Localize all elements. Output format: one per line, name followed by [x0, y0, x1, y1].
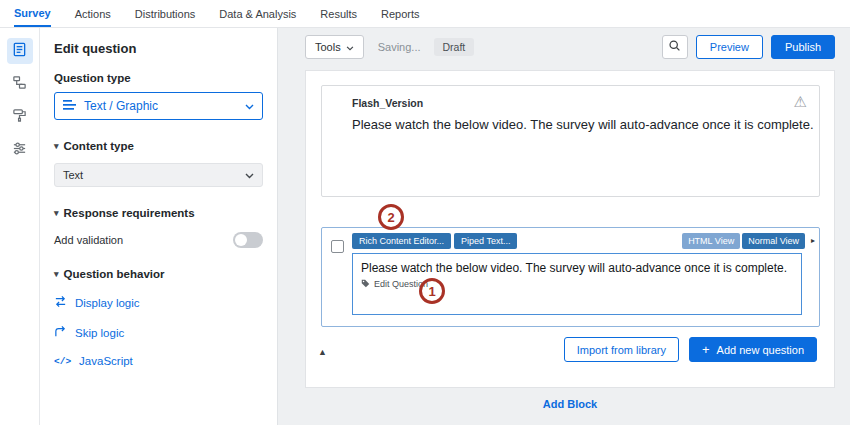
content-type-section-header[interactable]: ▾ Content type	[54, 140, 263, 152]
survey-builder-icon	[12, 42, 27, 61]
normal-view-button[interactable]: Normal View	[742, 233, 805, 249]
editor-toolbar-tabs: Rich Content Editor... Piped Text...	[352, 233, 517, 249]
caret-down-icon: ▾	[54, 269, 59, 279]
block-footer-buttons: Import from library + Add new question	[564, 337, 817, 362]
rich-content-editor-tab[interactable]: Rich Content Editor...	[352, 233, 451, 249]
text-graphic-icon	[63, 99, 77, 114]
rail-item-survey-builder[interactable]	[7, 38, 33, 64]
nav-tab-data-analysis[interactable]: Data & Analysis	[219, 0, 296, 27]
caret-down-icon: ▾	[54, 141, 59, 151]
rail-item-survey-flow[interactable]	[7, 71, 33, 97]
question-preview-text: Please watch the below video. The survey…	[352, 115, 814, 135]
edit-question-label: Edit Question	[374, 279, 428, 289]
display-logic-link[interactable]: Display logic	[54, 295, 263, 310]
plus-icon: +	[702, 342, 710, 357]
left-icon-rail	[0, 28, 40, 425]
javascript-label: JavaScript	[79, 355, 133, 367]
nav-tab-reports[interactable]: Reports	[381, 0, 420, 27]
question-behavior-section-header[interactable]: ▾ Question behavior	[54, 268, 263, 280]
nav-tab-survey[interactable]: Survey	[14, 0, 51, 27]
add-new-question-label: Add new question	[717, 344, 804, 356]
top-navigation: Survey Actions Distributions Data & Anal…	[0, 0, 850, 28]
qualtrics-survey-editor: Survey Actions Distributions Data & Anal…	[0, 0, 850, 425]
edit-question-sidebar: Edit question Question type Text / Graph…	[40, 28, 278, 425]
block-panel: Flash_Version Please watch the below vid…	[305, 70, 835, 388]
content-type-value: Text	[63, 169, 245, 181]
question-preview-card[interactable]: Flash_Version Please watch the below vid…	[321, 85, 820, 197]
skip-logic-label: Skip logic	[75, 327, 124, 339]
chevron-down-icon	[245, 99, 254, 113]
display-logic-label: Display logic	[75, 297, 140, 309]
tag-icon	[361, 279, 370, 290]
add-validation-toggle[interactable]	[233, 232, 263, 248]
piped-text-tab[interactable]: Piped Text...	[454, 233, 517, 249]
editor-view-switch: HTML View Normal View	[682, 233, 805, 249]
toggle-knob	[235, 234, 247, 246]
display-logic-icon	[54, 295, 67, 310]
code-icon: </>	[54, 356, 71, 367]
content-type-select[interactable]: Text	[54, 163, 263, 187]
question-type-dropdown[interactable]: Text / Graphic	[54, 92, 263, 120]
chevron-down-icon	[245, 169, 254, 181]
question-text-input[interactable]: Please watch the below video. The survey…	[353, 254, 801, 277]
javascript-link[interactable]: </> JavaScript	[54, 355, 263, 367]
canvas-toolbar: Tools Saving... Draft Preview Pub	[305, 35, 835, 59]
response-requirements-section-header[interactable]: ▾ Response requirements	[54, 207, 263, 219]
nav-tab-distributions[interactable]: Distributions	[135, 0, 196, 27]
question-behavior-label: Question behavior	[64, 268, 165, 280]
response-requirements-label: Response requirements	[64, 207, 195, 219]
survey-options-icon	[12, 141, 27, 160]
tools-button[interactable]: Tools	[305, 35, 364, 59]
question-checkbox[interactable]	[331, 240, 344, 253]
rail-item-look-and-feel[interactable]	[7, 104, 33, 130]
publish-button[interactable]: Publish	[771, 35, 835, 59]
question-type-label: Question type	[54, 72, 263, 84]
search-button[interactable]	[662, 35, 688, 59]
add-validation-row: Add validation	[54, 232, 263, 248]
search-icon	[668, 38, 681, 56]
overflow-arrow-icon[interactable]: ▸	[811, 236, 815, 245]
saving-status: Saving...	[378, 41, 421, 53]
chevron-down-icon	[346, 41, 354, 53]
preview-button[interactable]: Preview	[696, 35, 763, 59]
question-type-value: Text / Graphic	[84, 99, 238, 113]
toolbar-right-group: Preview Publish	[662, 35, 835, 59]
tools-button-label: Tools	[315, 41, 341, 53]
add-new-question-button[interactable]: + Add new question	[689, 337, 817, 362]
skip-logic-icon	[54, 325, 67, 340]
survey-canvas: Tools Saving... Draft Preview Pub	[278, 28, 850, 425]
add-validation-label: Add validation	[54, 234, 233, 246]
question-name: Flash_Version	[352, 97, 423, 109]
collapse-block-button[interactable]: ▲	[318, 347, 327, 357]
add-block-button[interactable]: Add Block	[305, 398, 835, 410]
look-and-feel-icon	[12, 108, 27, 127]
sidebar-title: Edit question	[54, 41, 263, 56]
question-text-editor: Please watch the below video. The survey…	[352, 253, 802, 315]
survey-flow-icon	[12, 75, 27, 94]
nav-tab-results[interactable]: Results	[320, 0, 357, 27]
html-view-button[interactable]: HTML View	[682, 233, 740, 249]
edit-question-button[interactable]: Edit Question	[353, 279, 801, 290]
warning-icon: ⚠	[794, 93, 807, 111]
import-from-library-button[interactable]: Import from library	[564, 337, 679, 362]
content-type-label: Content type	[64, 140, 134, 152]
rail-item-survey-options[interactable]	[7, 137, 33, 163]
skip-logic-link[interactable]: Skip logic	[54, 325, 263, 340]
draft-status-badge: Draft	[434, 38, 475, 56]
question-editor-selected: Rich Content Editor... Piped Text... HTM…	[321, 227, 820, 327]
caret-down-icon: ▾	[54, 208, 59, 218]
nav-tab-actions[interactable]: Actions	[75, 0, 111, 27]
